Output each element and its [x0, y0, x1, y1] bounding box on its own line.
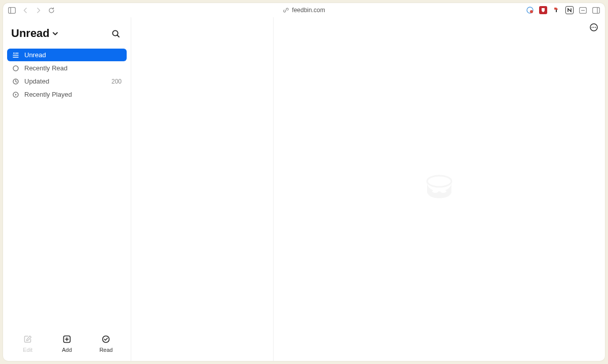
nav-item-recently-played[interactable]: Recently Played — [7, 88, 127, 101]
app-body: Unread Unread Recently Read — [3, 17, 605, 361]
nav-item-label: Recently Played — [24, 91, 117, 98]
svg-point-15 — [13, 66, 18, 71]
more-button[interactable] — [588, 21, 600, 33]
browser-chrome: feedbin.com — [3, 3, 605, 17]
read-button[interactable]: Read — [91, 335, 121, 353]
search-icon — [111, 29, 120, 38]
svg-line-10 — [117, 35, 119, 37]
nav-list: Unread Recently Read Updated 200 Recentl… — [3, 46, 131, 104]
add-label: Add — [62, 347, 72, 353]
tab-overview-icon[interactable] — [592, 6, 600, 14]
address-bar[interactable]: feedbin.com — [283, 7, 325, 14]
content-toolbar — [588, 21, 600, 33]
page-title: Unread — [11, 27, 50, 40]
svg-rect-0 — [9, 7, 16, 13]
nav-item-updated[interactable]: Updated 200 — [7, 75, 127, 88]
svg-point-11 — [13, 52, 15, 54]
nav-item-label: Unread — [24, 51, 117, 59]
nav-item-label: Recently Read — [24, 64, 117, 72]
extension-icon-notion[interactable] — [565, 6, 574, 14]
entries-column — [131, 17, 274, 361]
forward-icon[interactable] — [35, 8, 41, 13]
sidebar-toggle-icon[interactable] — [8, 7, 16, 14]
svg-point-25 — [593, 27, 594, 28]
browser-window: feedbin.com — [3, 3, 605, 361]
extension-icon-3[interactable] — [552, 6, 560, 14]
link-icon — [283, 7, 289, 13]
view-selector[interactable]: Unread — [11, 27, 59, 40]
nav-item-recently-read[interactable]: Recently Read — [7, 62, 127, 74]
extension-icon-5[interactable] — [579, 6, 587, 14]
edit-button: Edit — [13, 335, 43, 353]
svg-point-29 — [440, 190, 446, 193]
extension-icon-1[interactable] — [526, 6, 534, 14]
check-circle-icon — [101, 335, 110, 344]
plus-square-icon — [62, 335, 71, 344]
svg-rect-7 — [592, 7, 599, 13]
content-pane — [274, 17, 605, 361]
unread-icon — [12, 52, 19, 59]
circle-icon — [12, 65, 19, 72]
sidebar: Unread Unread Recently Read — [3, 17, 131, 361]
read-label: Read — [99, 347, 112, 353]
back-icon[interactable] — [23, 8, 28, 13]
svg-point-3 — [530, 10, 533, 13]
svg-marker-18 — [15, 94, 17, 96]
add-button[interactable]: Add — [52, 335, 82, 353]
sidebar-header: Unread — [3, 17, 131, 46]
edit-label: Edit — [23, 347, 32, 353]
sidebar-footer: Edit Add Read — [3, 329, 131, 361]
svg-point-28 — [432, 190, 438, 193]
nav-item-label: Updated — [24, 77, 106, 85]
feedbin-logo-placeholder — [425, 174, 453, 205]
chrome-right-controls — [526, 6, 600, 14]
nav-item-unread[interactable]: Unread — [7, 49, 127, 61]
search-button[interactable] — [108, 26, 123, 41]
chevron-down-icon — [52, 30, 59, 37]
edit-icon — [23, 335, 32, 344]
svg-point-24 — [592, 27, 593, 28]
reload-icon[interactable] — [48, 7, 55, 14]
nav-item-count: 200 — [111, 78, 122, 85]
clock-icon — [12, 78, 19, 85]
extension-icon-ublock[interactable] — [539, 6, 547, 14]
svg-point-27 — [427, 176, 451, 187]
url-text: feedbin.com — [292, 7, 325, 14]
svg-point-26 — [595, 27, 596, 28]
svg-rect-4 — [556, 10, 557, 12]
play-icon — [12, 91, 19, 98]
more-icon — [589, 23, 598, 32]
chrome-left-controls — [8, 7, 55, 14]
